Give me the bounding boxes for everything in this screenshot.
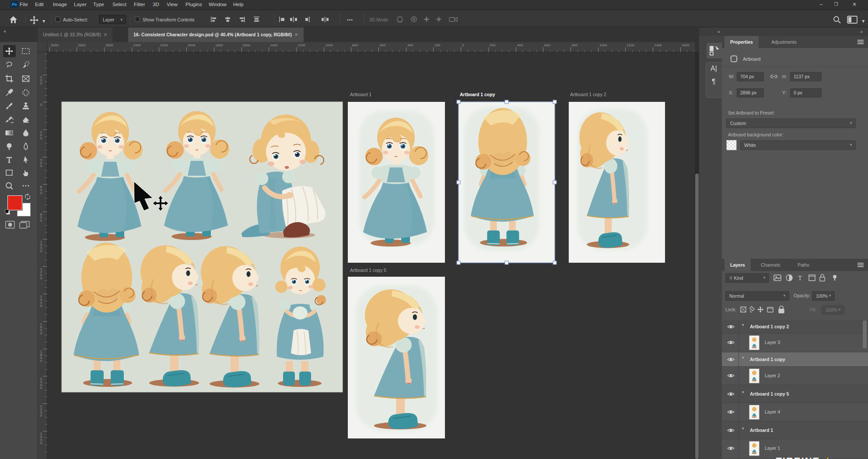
svg-text:T: T (798, 275, 802, 282)
